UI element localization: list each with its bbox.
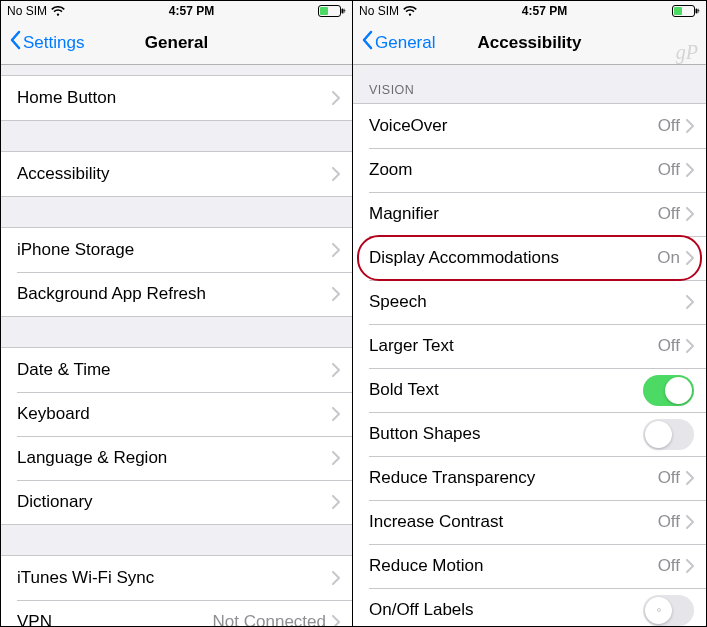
- settings-row[interactable]: Speech: [353, 280, 706, 324]
- back-label: Settings: [23, 33, 84, 53]
- status-time: 4:57 PM: [522, 4, 567, 18]
- chevron-right-icon: [686, 559, 694, 573]
- settings-row[interactable]: ZoomOff: [353, 148, 706, 192]
- settings-row[interactable]: Display AccommodationsOn: [353, 236, 706, 280]
- chevron-right-icon: [332, 571, 340, 585]
- settings-row[interactable]: iTunes Wi-Fi Sync: [1, 556, 352, 600]
- row-value: Not Connected: [213, 612, 326, 626]
- settings-row[interactable]: Larger TextOff: [353, 324, 706, 368]
- chevron-right-icon: [332, 287, 340, 301]
- chevron-right-icon: [332, 495, 340, 509]
- row-label: Increase Contrast: [369, 512, 658, 532]
- svg-rect-4: [674, 7, 682, 15]
- settings-group: Home Button: [1, 75, 352, 121]
- settings-group: Accessibility: [1, 151, 352, 197]
- pane-general: No SIM 4:57 PM Settings General Home: [1, 1, 353, 626]
- settings-row[interactable]: Reduce TransparencyOff: [353, 456, 706, 500]
- row-label: VoiceOver: [369, 116, 658, 136]
- settings-row[interactable]: Reduce MotionOff: [353, 544, 706, 588]
- settings-row[interactable]: On/Off Labels: [353, 588, 706, 626]
- row-label: Reduce Motion: [369, 556, 658, 576]
- row-label: Language & Region: [17, 448, 332, 468]
- svg-rect-5: [696, 9, 698, 14]
- content-general[interactable]: Home ButtonAccessibilityiPhone StorageBa…: [1, 65, 352, 626]
- chevron-right-icon: [686, 119, 694, 133]
- back-button[interactable]: Settings: [9, 30, 84, 55]
- status-time: 4:57 PM: [169, 4, 214, 18]
- battery-icon: [672, 5, 700, 17]
- chevron-right-icon: [686, 339, 694, 353]
- carrier-label: No SIM: [7, 4, 47, 18]
- carrier-label: No SIM: [359, 4, 399, 18]
- settings-row[interactable]: Accessibility: [1, 152, 352, 196]
- row-value: Off: [658, 556, 680, 576]
- settings-row[interactable]: Background App Refresh: [1, 272, 352, 316]
- row-label: Home Button: [17, 88, 332, 108]
- settings-row[interactable]: iPhone Storage: [1, 228, 352, 272]
- row-value: Off: [658, 160, 680, 180]
- settings-group: Date & TimeKeyboardLanguage & RegionDict…: [1, 347, 352, 525]
- row-value: Off: [658, 116, 680, 136]
- row-label: Date & Time: [17, 360, 332, 380]
- row-label: iTunes Wi-Fi Sync: [17, 568, 332, 588]
- chevron-right-icon: [686, 251, 694, 265]
- chevron-right-icon: [686, 515, 694, 529]
- row-label: Dictionary: [17, 492, 332, 512]
- chevron-right-icon: [332, 243, 340, 257]
- status-bar: No SIM 4:57 PM: [1, 1, 352, 21]
- chevron-right-icon: [332, 407, 340, 421]
- toggle-switch[interactable]: [643, 595, 694, 626]
- row-label: Display Accommodations: [369, 248, 657, 268]
- settings-row[interactable]: Dictionary: [1, 480, 352, 524]
- settings-row[interactable]: Date & Time: [1, 348, 352, 392]
- settings-row[interactable]: VPNNot Connected: [1, 600, 352, 626]
- settings-row[interactable]: Button Shapes: [353, 412, 706, 456]
- chevron-right-icon: [332, 167, 340, 181]
- chevron-right-icon: [686, 471, 694, 485]
- chevron-right-icon: [686, 295, 694, 309]
- battery-icon: [318, 5, 346, 17]
- chevron-right-icon: [332, 451, 340, 465]
- row-label: Speech: [369, 292, 686, 312]
- toggle-switch[interactable]: [643, 419, 694, 450]
- settings-row[interactable]: MagnifierOff: [353, 192, 706, 236]
- settings-group: iPhone StorageBackground App Refresh: [1, 227, 352, 317]
- chevron-right-icon: [332, 91, 340, 105]
- settings-row[interactable]: Language & Region: [1, 436, 352, 480]
- wifi-icon: [51, 6, 65, 17]
- pane-accessibility: No SIM 4:57 PM General Accessibility: [353, 1, 706, 626]
- content-accessibility[interactable]: VISIONVoiceOverOffZoomOffMagnifierOffDis…: [353, 65, 706, 626]
- section-header-vision: VISION: [353, 65, 706, 103]
- back-label: General: [375, 33, 435, 53]
- chevron-right-icon: [332, 363, 340, 377]
- row-label: Bold Text: [369, 380, 643, 400]
- row-label: Magnifier: [369, 204, 658, 224]
- svg-rect-2: [342, 9, 344, 14]
- settings-group: iTunes Wi-Fi SyncVPNNot Connected: [1, 555, 352, 626]
- row-label: Keyboard: [17, 404, 332, 424]
- wifi-icon: [403, 6, 417, 17]
- settings-row[interactable]: Keyboard: [1, 392, 352, 436]
- row-label: Background App Refresh: [17, 284, 332, 304]
- back-button[interactable]: General: [361, 30, 435, 55]
- row-label: Reduce Transparency: [369, 468, 658, 488]
- nav-bar: General Accessibility: [353, 21, 706, 65]
- settings-row[interactable]: Bold Text: [353, 368, 706, 412]
- row-label: Zoom: [369, 160, 658, 180]
- toggle-switch[interactable]: [643, 375, 694, 406]
- settings-row[interactable]: Home Button: [1, 76, 352, 120]
- nav-bar: Settings General: [1, 21, 352, 65]
- row-value: Off: [658, 336, 680, 356]
- row-label: Accessibility: [17, 164, 332, 184]
- settings-group: VoiceOverOffZoomOffMagnifierOffDisplay A…: [353, 103, 706, 626]
- settings-row[interactable]: Increase ContrastOff: [353, 500, 706, 544]
- row-label: Button Shapes: [369, 424, 643, 444]
- row-value: Off: [658, 468, 680, 488]
- svg-rect-1: [320, 7, 328, 15]
- row-value: Off: [658, 204, 680, 224]
- chevron-right-icon: [686, 207, 694, 221]
- chevron-left-icon: [9, 30, 21, 55]
- settings-row[interactable]: VoiceOverOff: [353, 104, 706, 148]
- chevron-right-icon: [686, 163, 694, 177]
- row-label: Larger Text: [369, 336, 658, 356]
